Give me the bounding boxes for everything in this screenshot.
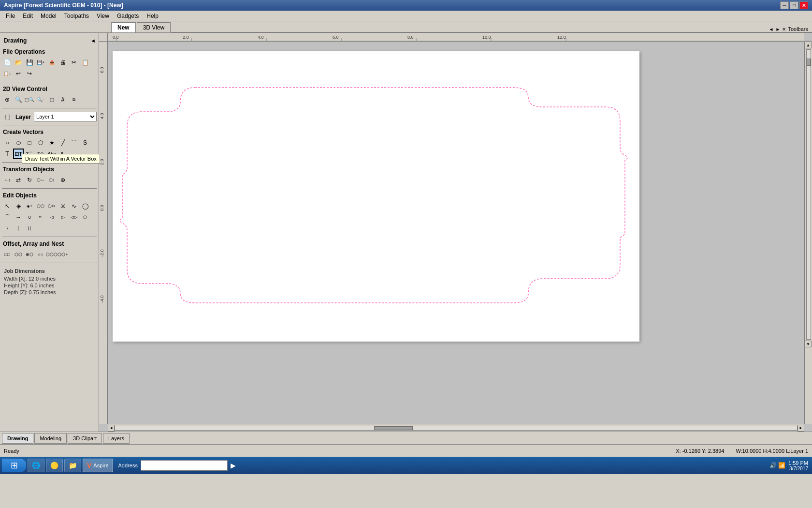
menu-file[interactable]: File	[2, 12, 19, 20]
copy-btn[interactable]: 📋	[80, 57, 90, 68]
new-file-btn[interactable]: 📄	[2, 57, 13, 68]
stretch-btn[interactable]: ⬡↕	[46, 175, 57, 185]
zoom-area-btn[interactable]: ⬚🔍	[24, 94, 35, 105]
text-curve-btn[interactable]: T⌒	[24, 149, 35, 159]
layer-select[interactable]: Layer 1	[34, 112, 97, 121]
zoom-in-btn[interactable]: 🔍	[13, 94, 24, 105]
tab-nav-next[interactable]: ►	[776, 27, 781, 32]
rotate-btn[interactable]: ↻	[24, 175, 35, 185]
zoom-fit-btn[interactable]: ⊕	[2, 94, 13, 105]
nest-fit-btn[interactable]: ⬡⬡+	[58, 249, 68, 260]
save-as-btn[interactable]: 💾+	[35, 57, 46, 68]
work-canvas[interactable]: .shape-path { fill: none; stroke: #ff69b…	[113, 51, 639, 342]
view-grid-btn[interactable]: #	[58, 94, 68, 105]
arc-tool-btn[interactable]: ⌒	[69, 137, 79, 148]
scrollbar-horizontal[interactable]: ◄ ►	[108, 424, 804, 432]
array-fill-btn[interactable]: ⬡⬡⬡	[46, 249, 57, 260]
array-copy-btn[interactable]: ⬡⬡	[13, 249, 24, 260]
scroll-h-thumb[interactable]	[374, 426, 413, 430]
node-edit-btn[interactable]: ◈	[13, 201, 24, 211]
scroll-left-btn[interactable]: ◄	[108, 425, 115, 432]
maximize-button[interactable]: □	[790, 1, 798, 9]
canvas-area[interactable]: 0.0 2.0 4.0 6.0 8.0 10.0 12.0 6.0	[99, 33, 812, 432]
tab-close[interactable]: ✕	[782, 27, 786, 32]
menu-toolpaths[interactable]: Toolpaths	[60, 12, 93, 20]
edit-extra-3[interactable]: ◁▷	[69, 212, 79, 223]
ellipse-tool-btn[interactable]: ⬭	[13, 137, 24, 148]
rectangle-tool-btn[interactable]: □	[24, 137, 35, 148]
open-file-btn[interactable]: 📂	[13, 57, 24, 68]
tab-modeling[interactable]: Modeling	[34, 433, 67, 444]
zoom-out-btn[interactable]: 🔍-	[35, 94, 46, 105]
edit-extra-4[interactable]: ⬡	[80, 212, 90, 223]
tab-3d-view[interactable]: 3D View	[137, 22, 171, 32]
close-button[interactable]: ✕	[799, 1, 808, 9]
polygon-tool-btn[interactable]: ⬡	[35, 137, 46, 148]
undo-btn[interactable]: ↩	[13, 68, 24, 79]
anchor-btn[interactable]: ⊕	[58, 175, 68, 185]
redo-btn[interactable]: ↪	[24, 68, 35, 79]
scrollbar-vertical[interactable]: ▲ ▼	[804, 42, 812, 424]
tab-new[interactable]: New	[111, 22, 136, 32]
paste-btn[interactable]: 📋↓	[2, 68, 13, 79]
line-tool-btn[interactable]: ╱	[58, 137, 68, 148]
mirror-btn[interactable]: ⇄	[13, 175, 24, 185]
text-box-tool-btn[interactable]: ⊡T	[13, 149, 24, 159]
nest-btn[interactable]: ⊕⬡	[24, 249, 35, 260]
menu-edit[interactable]: Edit	[19, 12, 37, 20]
panel-collapse-btn[interactable]: ◄	[90, 38, 96, 44]
s-curve-btn[interactable]: S	[80, 137, 90, 148]
scroll-v-thumb[interactable]	[807, 59, 811, 66]
minimize-button[interactable]: ─	[780, 1, 789, 9]
menu-model[interactable]: Model	[37, 12, 60, 20]
menu-view[interactable]: View	[93, 12, 113, 20]
address-go-btn[interactable]: ▶	[231, 462, 236, 469]
circle-tool-btn[interactable]: ○	[2, 137, 13, 148]
knife-btn[interactable]: ⚔	[58, 201, 68, 211]
tab-nav-prev[interactable]: ◄	[769, 27, 774, 32]
taskbar-ie-btn[interactable]: 🌐	[28, 459, 44, 472]
menu-gadgets[interactable]: Gadgets	[113, 12, 143, 20]
import-btn[interactable]: 📥	[46, 57, 57, 68]
save-file-btn[interactable]: 💾	[24, 57, 35, 68]
tab-3d-clipart[interactable]: 3D Clipart	[68, 433, 102, 444]
weld-btn[interactable]: ⬡⬡	[35, 201, 46, 211]
star-tool-btn[interactable]: ★	[46, 137, 57, 148]
taskbar-aspire-btn[interactable]: V Aspire	[83, 459, 113, 472]
join-btn[interactable]: ∪	[24, 212, 35, 223]
zoom-sel-btn[interactable]: ⬚	[46, 94, 57, 105]
extend-btn[interactable]: →	[13, 212, 24, 223]
smooth-btn[interactable]: ∿	[69, 201, 79, 211]
taskbar-explorer-btn[interactable]: 📁	[64, 459, 81, 472]
scroll-up-btn[interactable]: ▲	[805, 42, 812, 48]
edit-extra-7[interactable]: ⟩⟨	[24, 223, 35, 234]
edit-extra-1[interactable]: ◁	[46, 212, 57, 223]
scroll-down-btn[interactable]: ▼	[805, 341, 812, 347]
edit-extra-2[interactable]: ▷	[58, 212, 68, 223]
text-tool-btn[interactable]: T	[2, 149, 13, 159]
pointer-tool-btn[interactable]: ↖	[58, 149, 68, 159]
group-btn[interactable]: ○○	[35, 249, 46, 260]
drawing-surface[interactable]: .shape-path { fill: none; stroke: #ff69b…	[108, 42, 804, 424]
tab-layers[interactable]: Layers	[103, 433, 130, 444]
edit-extra-6[interactable]: ⟨	[13, 223, 24, 234]
offset-e-btn[interactable]: ◯	[80, 201, 90, 211]
print-btn[interactable]: 🖨	[58, 57, 68, 68]
menu-help[interactable]: Help	[143, 12, 162, 20]
add-node-btn[interactable]: ◈+	[24, 201, 35, 211]
select-btn[interactable]: ↖	[2, 201, 13, 211]
tab-drawing[interactable]: Drawing	[2, 433, 33, 444]
fillet-btn[interactable]: ⌒	[2, 212, 13, 223]
address-input[interactable]	[141, 460, 228, 471]
cut-btn[interactable]: ✂	[69, 57, 79, 68]
trim-btn[interactable]: ⬡✂	[46, 201, 57, 211]
simplify-btn[interactable]: ≈	[35, 212, 46, 223]
text-abc-btn[interactable]: Abc	[46, 149, 57, 159]
text-arc-btn[interactable]: T⊙	[35, 149, 46, 159]
start-button[interactable]: ⊞	[2, 459, 26, 472]
scroll-right-btn[interactable]: ►	[798, 425, 804, 432]
move-btn[interactable]: ↔↕	[2, 175, 13, 185]
taskbar-chrome-btn[interactable]: 🟡	[46, 459, 63, 472]
offset-btn[interactable]: □□	[2, 249, 13, 260]
view-layer-btn[interactable]: ⧉	[69, 94, 79, 105]
